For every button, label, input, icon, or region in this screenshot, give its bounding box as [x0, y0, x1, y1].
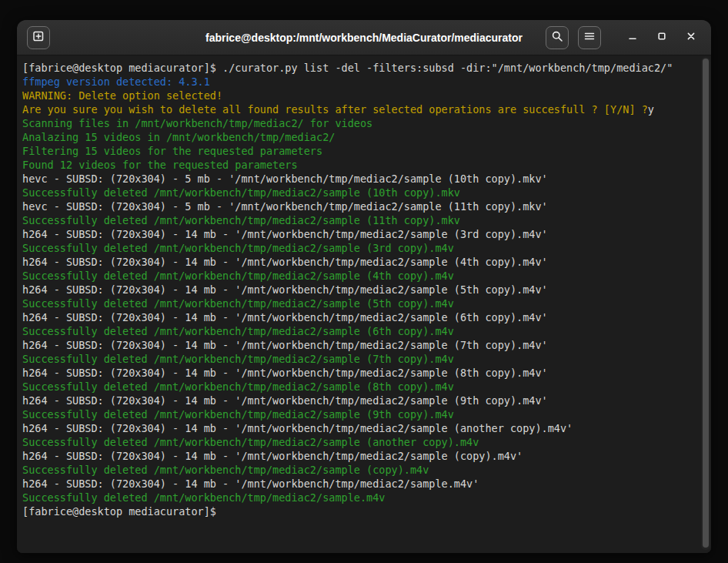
terminal-line: h264 - SUBSD: (720x304) - 14 mb - '/mnt/… — [22, 366, 699, 380]
scrollbar-thumb[interactable] — [703, 59, 709, 548]
terminal-line: Successfully deleted /mnt/workbench/tmp/… — [22, 186, 699, 199]
terminal-line: hevc - SUBSD: (720x304) - 5 mb - '/mnt/w… — [22, 172, 699, 186]
terminal-line: h264 - SUBSD: (720x304) - 14 mb - '/mnt/… — [22, 449, 699, 463]
window-title: fabrice@desktop:/mnt/workbench/MediaCura… — [205, 32, 523, 44]
terminal-line: Successfully deleted /mnt/workbench/tmp/… — [22, 407, 699, 421]
terminal-line: Scanning files in /mnt/workbench/tmp/med… — [22, 116, 699, 130]
terminal-line: Successfully deleted /mnt/workbench/tmp/… — [22, 297, 699, 310]
terminal-line: h264 - SUBSD: (720x304) - 14 mb - '/mnt/… — [22, 310, 699, 324]
terminal-line: Successfully deleted /mnt/workbench/tmp/… — [22, 241, 699, 255]
terminal-line: Found 12 videos for the requested parame… — [22, 158, 699, 172]
new-tab-icon — [32, 30, 45, 45]
terminal-line: [fabrice@desktop mediacurator]$ — [22, 504, 699, 518]
terminal-line: Successfully deleted /mnt/workbench/tmp/… — [22, 324, 699, 338]
terminal-line: Filtering 15 videos for the requested pa… — [22, 144, 699, 158]
terminal-line: Successfully deleted /mnt/workbench/tmp/… — [22, 435, 699, 449]
terminal-line: ffmpeg version detected: 4.3.1 — [22, 75, 699, 89]
titlebar: fabrice@desktop:/mnt/workbench/MediaCura… — [17, 20, 711, 55]
terminal-line: Are you sure you wish to delete all foun… — [22, 102, 699, 116]
terminal-line: h264 - SUBSD: (720x304) - 14 mb - '/mnt/… — [22, 394, 699, 407]
terminal-line: Successfully deleted /mnt/workbench/tmp/… — [22, 352, 699, 366]
scrollbar[interactable] — [701, 57, 710, 550]
terminal-line: Analazing 15 videos in /mnt/workbench/tm… — [22, 130, 699, 144]
terminal-line: h264 - SUBSD: (720x304) - 14 mb - '/mnt/… — [22, 421, 699, 435]
search-button[interactable] — [546, 26, 569, 49]
hamburger-menu-icon — [583, 30, 596, 45]
terminal-line: [fabrice@desktop mediacurator]$ ./curato… — [22, 61, 699, 75]
minimize-icon — [626, 30, 639, 45]
terminal-line: h264 - SUBSD: (720x304) - 14 mb - '/mnt/… — [22, 283, 699, 297]
close-icon — [685, 30, 697, 45]
titlebar-left — [27, 26, 50, 49]
desktop-background: fabrice@desktop:/mnt/workbench/MediaCura… — [0, 0, 728, 563]
minimize-button[interactable] — [623, 28, 643, 48]
terminal-line: hevc - SUBSD: (720x304) - 5 mb - '/mnt/w… — [22, 199, 699, 213]
terminal-output[interactable]: [fabrice@desktop mediacurator]$ ./curato… — [17, 55, 711, 553]
terminal-line: Successfully deleted /mnt/workbench/tmp/… — [22, 380, 699, 394]
terminal-line: h264 - SUBSD: (720x304) - 14 mb - '/mnt/… — [22, 477, 699, 491]
terminal-line: h264 - SUBSD: (720x304) - 14 mb - '/mnt/… — [22, 338, 699, 352]
search-icon — [551, 30, 563, 45]
terminal-line: Successfully deleted /mnt/workbench/tmp/… — [22, 269, 699, 283]
titlebar-controls — [546, 26, 701, 49]
terminal-line: Successfully deleted /mnt/workbench/tmp/… — [22, 491, 699, 504]
close-button[interactable] — [681, 28, 701, 48]
terminal-line: h264 - SUBSD: (720x304) - 14 mb - '/mnt/… — [22, 227, 699, 241]
terminal-line: h264 - SUBSD: (720x304) - 14 mb - '/mnt/… — [22, 255, 699, 269]
maximize-icon — [656, 30, 668, 45]
menu-button[interactable] — [578, 26, 601, 49]
terminal-line: Successfully deleted /mnt/workbench/tmp/… — [22, 463, 699, 477]
maximize-button[interactable] — [652, 28, 672, 48]
new-tab-button[interactable] — [27, 26, 50, 49]
terminal-line: WARNING: Delete option selected! — [22, 89, 699, 102]
terminal-line: Successfully deleted /mnt/workbench/tmp/… — [22, 213, 699, 227]
terminal-window: fabrice@desktop:/mnt/workbench/MediaCura… — [17, 20, 711, 553]
